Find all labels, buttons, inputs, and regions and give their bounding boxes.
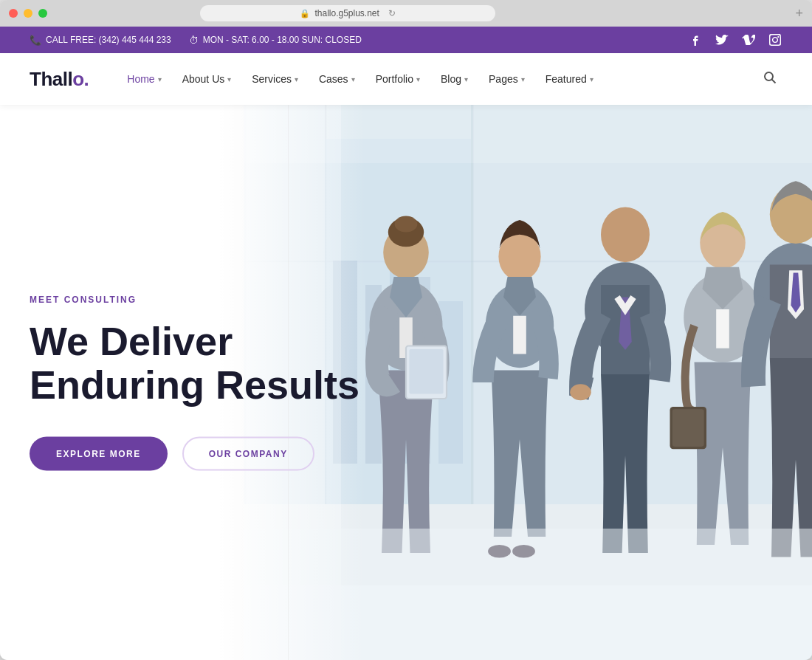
nav-label-portfolio: Portfolio [376,73,413,85]
nav-label-home: Home [127,73,154,85]
new-tab-button[interactable]: + [795,7,803,20]
phone-label: CALL FREE: (342) 445 444 233 [46,35,171,45]
nav-item-about[interactable]: About Us ▾ [173,67,241,91]
svg-line-1 [772,79,776,83]
nav-label-pages: Pages [489,73,518,85]
svg-rect-32 [672,409,704,447]
svg-point-0 [765,72,773,80]
phone-icon: 📞 [30,35,41,46]
website-content: 📞 CALL FREE: (342) 445 444 233 ⏱ MON - S… [0,27,812,660]
hero-tagline: MEET CONSULTING [30,295,359,305]
phone-info: 📞 CALL FREE: (342) 445 444 233 [30,35,171,46]
nav-label-blog: Blog [441,73,461,85]
logo-dot: . [84,68,89,90]
nav-item-portfolio[interactable]: Portfolio ▾ [367,67,429,91]
close-button[interactable] [9,9,18,18]
lock-icon: 🔒 [300,9,310,18]
nav-label-services: Services [252,73,292,85]
nav-item-featured[interactable]: Featured ▾ [537,67,602,91]
search-icon[interactable] [757,65,782,94]
navbar: Thallo. Home ▾ About Us ▾ Services ▾ Cas… [0,53,812,105]
svg-rect-20 [409,349,443,394]
hero-title-line1: We Deliver [30,319,233,363]
hero-title: We Deliver Enduring Results [30,320,359,408]
browser-window: 🔒 thallo.g5plus.net ↻ + 📞 CALL FREE: (34… [0,0,812,660]
nav-item-home[interactable]: Home ▾ [118,67,170,91]
hero-content: MEET CONSULTING We Deliver Enduring Resu… [30,295,359,471]
nav-item-pages[interactable]: Pages ▾ [480,67,534,91]
browser-titlebar: 🔒 thallo.g5plus.net ↻ + [0,0,812,27]
chevron-down-icon: ▾ [464,75,468,83]
nav-label-about: About Us [182,73,225,85]
svg-point-18 [395,216,418,233]
chevron-down-icon: ▾ [158,75,162,83]
minimize-button[interactable] [24,9,32,18]
clock-icon: ⏱ [189,35,199,46]
chevron-down-icon: ▾ [521,75,525,83]
chevron-down-icon: ▾ [351,75,355,83]
our-company-button[interactable]: OUR COMPANY [182,436,314,470]
top-bar-left: 📞 CALL FREE: (342) 445 444 233 ⏱ MON - S… [30,35,362,46]
social-icons [688,32,782,47]
chevron-down-icon: ▾ [227,75,231,83]
top-bar: 📞 CALL FREE: (342) 445 444 233 ⏱ MON - S… [0,27,812,53]
chevron-down-icon: ▾ [416,75,420,83]
address-bar[interactable]: 🔒 thallo.g5plus.net ↻ [200,5,495,21]
chevron-down-icon: ▾ [295,75,298,83]
vimeo-icon[interactable] [741,32,756,47]
hero-section: MEET CONSULTING We Deliver Enduring Resu… [0,105,812,660]
nav-menu: Home ▾ About Us ▾ Services ▾ Cases ▾ Por… [118,67,757,91]
explore-more-button[interactable]: EXPLORE MORE [30,436,168,470]
maximize-button[interactable] [38,9,47,18]
hours-label: MON - SAT: 6.00 - 18.00 SUN: CLOSED [203,35,362,45]
hours-info: ⏱ MON - SAT: 6.00 - 18.00 SUN: CLOSED [189,35,362,46]
hero-buttons: EXPLORE MORE OUR COMPANY [30,436,359,470]
nav-item-blog[interactable]: Blog ▾ [432,67,477,91]
svg-point-26 [601,207,650,262]
facebook-icon[interactable] [688,32,703,47]
logo[interactable]: Thallo. [30,68,89,91]
hero-title-line2: Enduring Results [30,362,359,407]
nav-label-featured: Featured [546,73,587,85]
twitter-icon[interactable] [715,32,729,47]
logo-o: o [72,68,83,90]
nav-item-cases[interactable]: Cases ▾ [310,67,364,91]
svg-point-28 [570,384,591,400]
instagram-icon[interactable] [768,32,782,47]
url-text: thallo.g5plus.net [314,8,379,18]
nav-label-cases: Cases [319,73,348,85]
reload-icon[interactable]: ↻ [388,8,396,18]
nav-item-services[interactable]: Services ▾ [243,67,307,91]
chevron-down-icon: ▾ [590,75,593,83]
